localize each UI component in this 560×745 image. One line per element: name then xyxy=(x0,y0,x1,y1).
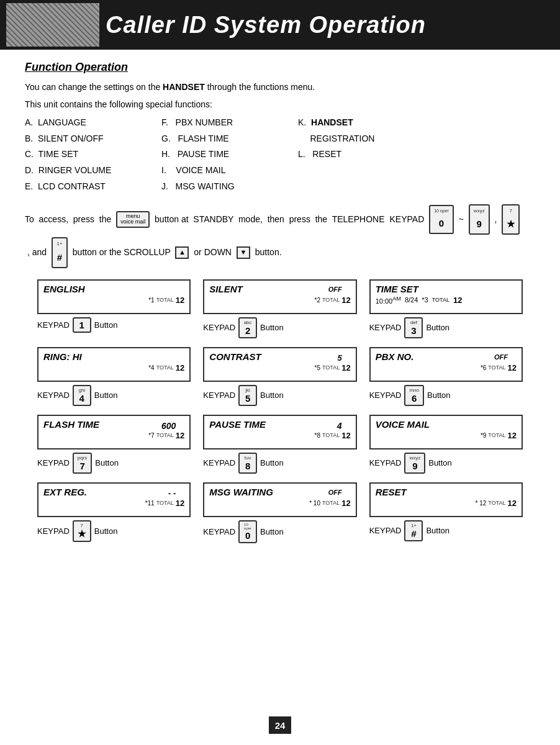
card-reset-keypad: KEYPAD 1+ # Button xyxy=(369,520,449,541)
menu-voice-mail-button[interactable]: menu voice mail xyxy=(116,211,150,228)
keypad-btn-7: pqrs 7 xyxy=(73,453,93,474)
card-english-display: ENGLISH *1 TOTAL 12 xyxy=(37,279,191,314)
card-extreg-keypad: KEYPAD 7 ★ Button xyxy=(37,520,117,542)
card-contrast-value: 5 xyxy=(337,353,341,363)
card-msgwaiting-bottom: * 10 TOTAL 12 xyxy=(209,499,350,508)
keypad-btn-2: abc 2 xyxy=(238,317,257,338)
card-flashtime-keypad: KEYPAD pqrs 7 Button xyxy=(37,453,119,474)
keypad-btn-7star: 7 ★ xyxy=(73,520,91,542)
header-logo xyxy=(6,3,99,47)
page-number: 24 xyxy=(269,716,291,734)
card-timeset-keypad: KEYPAD def 3 Button xyxy=(369,317,449,338)
function-item-d: D. RINGER VOLUME xyxy=(25,163,161,178)
card-pausetime-title: PAUSE TIME xyxy=(209,419,350,430)
key-hash-button: 1+ # xyxy=(52,237,68,268)
card-contrast-display: CONTRAST 5 *5 TOTAL 12 xyxy=(203,347,356,382)
function-item-c: C. TIME SET xyxy=(25,147,161,162)
intro-paragraph-1: You can change the settings on the HANDS… xyxy=(25,80,535,94)
function-item-k2: REGISTRATION xyxy=(298,132,435,147)
header: Caller ID System Operation xyxy=(0,0,560,50)
card-extreg-display: EXT REG. - - *11 TOTAL 12 xyxy=(37,482,191,517)
section-title: Function Operation xyxy=(25,61,535,74)
access-instruction: To access, press the menu voice mail but… xyxy=(25,204,535,268)
function-item-k: K. HANDSET xyxy=(298,115,435,130)
card-voicemail-title: VOICE MAIL xyxy=(376,419,517,430)
keypad-btn-5: jkl 5 xyxy=(238,385,257,406)
card-reset-bottom: * 12 TOTAL 12 xyxy=(376,499,517,508)
card-english-keypad: KEYPAD 1 Button xyxy=(37,317,117,333)
card-voicemail-keypad: KEYPAD wxyz 9 Button xyxy=(369,453,452,474)
function-item-b: B. SILENT ON/OFF xyxy=(25,132,161,147)
content-area: Function Operation You can change the se… xyxy=(0,50,560,554)
card-extreg-value: - - xyxy=(168,489,176,498)
function-letter-a: A. LANGUAGE xyxy=(25,115,86,130)
scroll-down-button[interactable]: ▼ xyxy=(237,246,250,259)
card-english-title: ENGLISH xyxy=(43,284,184,294)
keypad-btn-3: def 3 xyxy=(404,317,423,338)
card-pbxno-display: PBX NO. OFF *6 TOTAL 12 xyxy=(369,347,523,382)
function-item-f: F. PBX NUMBER xyxy=(161,115,298,130)
card-silent-status: OFF xyxy=(328,286,342,293)
keypad-btn-4: ghi 4 xyxy=(73,385,91,406)
card-timeset: TIME SET 10:00AM 8/24 *3 TOTAL 12 KEYPAD… xyxy=(369,279,523,338)
key-7star-button: 7 ★ xyxy=(502,204,520,235)
function-list: A. LANGUAGE F. PBX NUMBER K. HANDSET B. … xyxy=(25,115,535,194)
card-timeset-display: TIME SET 10:00AM 8/24 *3 TOTAL 12 xyxy=(369,279,523,314)
card-contrast-bottom: *5 TOTAL 12 xyxy=(209,363,350,372)
card-voicemail-bottom: *9 TOTAL 12 xyxy=(376,431,517,440)
key-9-button: wxyz 9 xyxy=(469,204,490,235)
function-letter-k: K. HANDSET xyxy=(298,115,353,130)
card-silent-keypad: KEYPAD abc 2 Button xyxy=(203,317,283,338)
card-msgwaiting: MSG WAITING OFF * 10 TOTAL 12 KEYPAD 10o… xyxy=(203,482,356,543)
keypad-btn-0: 10oper 0 xyxy=(238,520,257,543)
function-item-a: A. LANGUAGE xyxy=(25,115,161,130)
card-reset-display: RESET * 12 TOTAL 12 xyxy=(369,482,523,517)
card-flashtime-display: FLASH TIME 600 *7 TOTAL 12 xyxy=(37,415,191,449)
card-timeset-info: 10:00AM 8/24 *3 TOTAL 12 xyxy=(376,296,517,305)
card-msgwaiting-keypad: KEYPAD 10oper 0 Button xyxy=(203,520,283,543)
card-msgwaiting-status: OFF xyxy=(328,489,342,496)
function-letter-f: F. PBX NUMBER xyxy=(161,115,233,130)
keypad-btn-8: tuv 8 xyxy=(238,453,257,474)
card-pbxno-bottom: *6 TOTAL 12 xyxy=(376,363,517,372)
card-contrast-title: CONTRAST xyxy=(209,351,350,362)
card-pausetime: PAUSE TIME 4 *8 TOTAL 12 KEYPAD tuv 8 Bu… xyxy=(203,415,356,474)
function-item-j: J. MSG WAITING xyxy=(161,179,298,194)
card-flashtime-value: 600 xyxy=(161,421,176,431)
card-voicemail: VOICE MAIL *9 TOTAL 12 KEYPAD wxyz 9 But… xyxy=(369,415,523,474)
function-item-h: H. PAUSE TIME xyxy=(161,147,298,162)
card-reset-title: RESET xyxy=(376,487,517,497)
keypad-btn-9: wxyz 9 xyxy=(404,453,425,474)
intro-paragraph-2: This unit contains the following special… xyxy=(25,97,535,111)
card-pausetime-value: 4 xyxy=(337,421,342,431)
card-timeset-title: TIME SET xyxy=(376,284,517,294)
card-silent: SILENT OFF *2 TOTAL 12 KEYPAD abc 2 Butt… xyxy=(203,279,356,338)
keypad-btn-1: 1 xyxy=(73,317,91,333)
card-pbxno-status: OFF xyxy=(494,353,508,361)
card-voicemail-display: VOICE MAIL *9 TOTAL 12 xyxy=(369,415,523,449)
card-extreg-bottom: *11 TOTAL 12 xyxy=(43,499,184,508)
card-reset: RESET * 12 TOTAL 12 KEYPAD 1+ # Button xyxy=(369,482,523,543)
card-contrast-keypad: KEYPAD jkl 5 Button xyxy=(203,385,283,406)
card-ringhi-bottom: *4 TOTAL 12 xyxy=(43,363,184,372)
function-item-e: E. LCD CONTRAST xyxy=(25,179,161,194)
card-flashtime-bottom: *7 TOTAL 12 xyxy=(43,431,184,440)
card-extreg-title: EXT REG. xyxy=(43,487,184,497)
card-ringhi-title: RING: HI xyxy=(43,351,184,362)
card-ringhi-keypad: KEYPAD ghi 4 Button xyxy=(37,385,117,406)
function-item-g: G. FLASH TIME xyxy=(161,132,298,147)
card-english: ENGLISH *1 TOTAL 12 KEYPAD 1 Button xyxy=(37,279,191,338)
card-flashtime: FLASH TIME 600 *7 TOTAL 12 KEYPAD pqrs 7… xyxy=(37,415,191,474)
card-msgwaiting-display: MSG WAITING OFF * 10 TOTAL 12 xyxy=(203,482,356,517)
card-extreg: EXT REG. - - *11 TOTAL 12 KEYPAD 7 ★ But… xyxy=(37,482,191,543)
scroll-up-button[interactable]: ▲ xyxy=(175,246,189,259)
card-pausetime-keypad: KEYPAD tuv 8 Button xyxy=(203,453,283,474)
card-ringhi: RING: HI *4 TOTAL 12 KEYPAD ghi 4 Button xyxy=(37,347,191,406)
key-0-button: 10 oper 0 xyxy=(429,205,454,235)
function-item-l: L. RESET xyxy=(298,147,435,162)
card-pausetime-bottom: *8 TOTAL 12 xyxy=(209,431,350,440)
card-english-bottom: *1 TOTAL 12 xyxy=(43,296,184,305)
card-silent-bottom: *2 TOTAL 12 xyxy=(209,296,350,305)
keypad-btn-hash: 1+ # xyxy=(404,520,423,541)
function-item-i: I. VOICE MAIL xyxy=(161,163,298,178)
